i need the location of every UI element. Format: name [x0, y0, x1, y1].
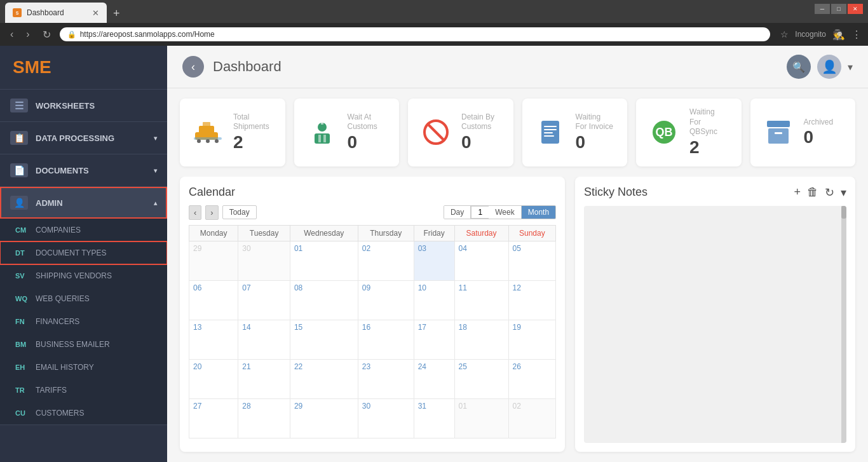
documents-icon: 📄	[10, 163, 28, 177]
header-search-button[interactable]: 🔍	[787, 55, 811, 79]
sidebar-item-data-processing[interactable]: 📋 DATA PROCESSING ▾	[0, 122, 167, 154]
sidebar-item-documents[interactable]: 📄 DOCUMENTS ▾	[0, 154, 167, 186]
bookmark-icon[interactable]: ☆	[780, 29, 789, 39]
app-logo: SME	[0, 46, 167, 90]
stat-card-invoice[interactable]: WaitingFor Invoice 0	[522, 99, 628, 166]
cu-label: CUSTOMERS	[36, 409, 84, 418]
cal-cell[interactable]: 30	[358, 398, 414, 438]
cal-cell[interactable]: 04	[454, 241, 508, 280]
sidebar-subitem-web-queries[interactable]: WQ WEB QUERIES	[0, 287, 167, 310]
cal-cell[interactable]: 11	[454, 280, 508, 320]
calendar-today-button[interactable]: Today	[222, 205, 257, 219]
sidebar-subitem-email-history[interactable]: EH EMAIL HISTORY	[0, 356, 167, 379]
menu-icon[interactable]: ⋮	[851, 29, 862, 41]
worksheets-icon: ☰	[10, 99, 28, 112]
calendar-next-button[interactable]: ›	[205, 205, 218, 220]
cal-cell[interactable]: 22	[290, 359, 358, 398]
cal-cell[interactable]: 24	[414, 359, 454, 398]
avatar[interactable]: 👤	[817, 55, 841, 79]
cal-cell[interactable]: 09	[358, 280, 414, 320]
calendar-week-view-button[interactable]: Week	[489, 206, 521, 219]
sidebar-subitem-document-types[interactable]: DT DOCUMENT TYPES ◄2	[0, 241, 167, 264]
sidebar-subitem-customers[interactable]: CU CUSTOMERS	[0, 402, 167, 425]
cal-cell[interactable]: 08	[290, 280, 358, 320]
reload-button[interactable]: ↻	[39, 27, 55, 42]
back-nav-button[interactable]: ‹	[6, 27, 17, 41]
new-tab-button[interactable]: +	[109, 7, 124, 20]
svg-rect-22	[768, 128, 789, 144]
stat-card-qb[interactable]: QB WaitingFor QBSync 2	[636, 99, 742, 166]
cal-cell[interactable]: 31	[414, 398, 454, 438]
cal-cell[interactable]: 19	[508, 320, 556, 359]
user-dropdown-icon[interactable]: ▾	[848, 61, 853, 73]
shipments-label: TotalShipments	[233, 112, 269, 132]
fn-label: FINANCERS	[36, 317, 79, 326]
sidebar-label-worksheets: WORKSHEETS	[36, 101, 95, 111]
doc-types-label: DOCUMENT TYPES	[36, 248, 107, 257]
cal-cell[interactable]: 16	[358, 320, 414, 359]
sidebar-item-admin[interactable]: 👤 ADMIN ▴ ◄1	[0, 187, 167, 219]
cal-cell[interactable]: 05	[508, 241, 556, 280]
cal-cell[interactable]: 02	[508, 398, 556, 438]
cal-cell[interactable]: 17	[414, 320, 454, 359]
cal-cell[interactable]: 18	[454, 320, 508, 359]
calendar-prev-button[interactable]: ‹	[189, 205, 201, 220]
cal-cell[interactable]: 25	[454, 359, 508, 398]
calendar-month-view-button[interactable]: Month	[522, 206, 555, 219]
minimize-button[interactable]: ─	[815, 4, 830, 14]
cal-cell[interactable]: 14	[238, 320, 290, 359]
cal-cell[interactable]: 07	[238, 280, 290, 320]
cal-cell[interactable]: 28	[238, 398, 290, 438]
stat-card-wait-customs[interactable]: Wait AtCustoms 0	[294, 99, 400, 166]
cal-cell[interactable]: 30	[238, 241, 290, 280]
sticky-expand-button[interactable]: ▾	[841, 186, 846, 200]
cal-header-thursday: Thursday	[358, 225, 414, 241]
svg-rect-21	[767, 121, 790, 127]
svg-rect-10	[323, 135, 326, 142]
wq-label: WEB QUERIES	[36, 294, 90, 303]
cal-cell[interactable]: 15	[290, 320, 358, 359]
sticky-add-button[interactable]: +	[794, 186, 801, 199]
address-bar-url[interactable]: https://areopost.sanmolapps.com/Home	[80, 30, 215, 39]
sticky-refresh-button[interactable]: ↻	[825, 186, 834, 200]
cal-cell[interactable]: 01	[290, 241, 358, 280]
sidebar-subitem-financers[interactable]: FN FINANCERS	[0, 310, 167, 333]
close-button[interactable]: ✕	[848, 4, 863, 14]
day-number-input[interactable]	[471, 206, 489, 219]
sidebar-subitem-companies[interactable]: CM COMPANIES	[0, 219, 167, 241]
cal-cell[interactable]: 06	[189, 280, 238, 320]
main-content: ‹ Dashboard 🔍 👤 ▾ TotalShipments 2	[167, 46, 868, 462]
browser-tab[interactable]: S Dashboard ✕	[5, 3, 107, 23]
stat-card-archived[interactable]: Archived 0	[750, 99, 856, 166]
data-processing-icon: 📋	[10, 131, 28, 145]
stat-card-shipments[interactable]: TotalShipments 2	[180, 99, 285, 166]
cal-cell[interactable]: 27	[189, 398, 238, 438]
stat-card-detained[interactable]: Detain ByCustoms 0	[408, 99, 513, 166]
calendar-day-view-button[interactable]: Day	[444, 206, 471, 219]
cal-cell[interactable]: 26	[508, 359, 556, 398]
cal-header-wednesday: Wednesday	[290, 225, 358, 241]
maximize-button[interactable]: □	[831, 4, 846, 14]
cal-cell[interactable]: 23	[358, 359, 414, 398]
back-button[interactable]: ‹	[182, 56, 204, 78]
cal-cell[interactable]: 10	[414, 280, 454, 320]
cal-cell[interactable]: 29	[290, 398, 358, 438]
cal-cell[interactable]: 20	[189, 359, 238, 398]
sidebar-subitem-business-emailer[interactable]: BM BUSINESS EMAILER	[0, 333, 167, 356]
sidebar-subitem-shipping-vendors[interactable]: SV SHIPPING VENDORS	[0, 264, 167, 287]
cal-cell[interactable]: 12	[508, 280, 556, 320]
forward-nav-button[interactable]: ›	[22, 27, 33, 41]
sidebar-subitem-tariffs[interactable]: TR TARIFFS	[0, 379, 167, 402]
cal-cell[interactable]: 02	[358, 241, 414, 280]
sticky-scrollbar[interactable]	[841, 206, 846, 443]
cal-cell[interactable]: 21	[238, 359, 290, 398]
cal-cell[interactable]: 03	[414, 241, 454, 280]
close-tab-icon[interactable]: ✕	[92, 8, 99, 18]
calendar-panel: Calendar ‹ › Today Day Week Month	[180, 177, 565, 452]
svg-text:QB: QB	[656, 126, 673, 139]
cal-cell[interactable]: 29	[189, 241, 238, 280]
cal-cell[interactable]: 01	[454, 398, 508, 438]
sidebar-item-worksheets[interactable]: ☰ WORKSHEETS	[0, 90, 167, 121]
sticky-delete-button[interactable]: 🗑	[807, 186, 818, 199]
cal-cell[interactable]: 13	[189, 320, 238, 359]
